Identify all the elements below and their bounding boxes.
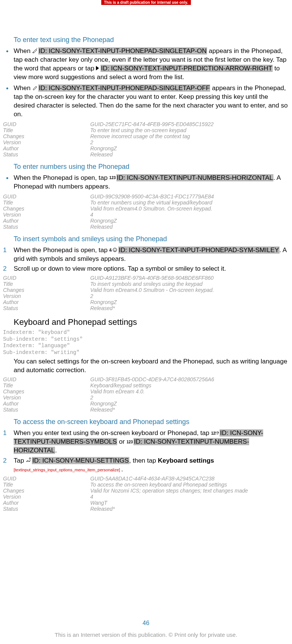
meta-value: Valid from eDream 4.0. [90,388,144,395]
text: When [14,84,32,92]
meta-key: Author [3,299,90,305]
text: When you enter text using the on-screen … [14,429,211,437]
string-reference: [textinput_strings_input_options_menu_it… [14,468,121,472]
meta-value: GUID-25EC71FC-8474-4FEB-99F5-ED0485C1592… [90,121,214,127]
id-ref: ID: ICN-SONY-TEXT-INPUT-PHONEPAD-SINGLET… [38,84,210,92]
id-ref: ID: ICN-SONY-TEXT-INPUT-PHONEPAD-SINGLET… [38,47,207,55]
indexterm: Indexterm: "language" [3,343,289,349]
meta-key: Author [3,500,90,506]
meta-key: Title [3,281,90,287]
draft-banner: This is a draft publication for internal… [101,0,191,5]
meta-key: Author [3,145,90,151]
id-ref: ID: ICN-SONY-MENU-SETTINGS [32,457,129,464]
meta-value: 4 [90,494,93,500]
meta-value: To access the on-screen keyboard and Pho… [90,482,227,488]
bold-label: Keyboard settings [158,457,214,464]
meta-table: GUIDGUID-A9123BFE-979A-40FB-9E68-904BDE6… [3,275,289,311]
meta-table: GUIDGUID-5AA8DA1C-44F4-4634-AF38-A2945CA… [3,476,289,512]
heading-enter-numbers-phonepad: To enter numbers using the Phonepad [14,163,289,171]
meta-value: Valid for Nozomi ICS; operation steps ch… [90,488,248,494]
meta-key: Title [3,382,90,388]
bullet-item: When ID: ICN-SONY-TEXT-INPUT-PHONEPAD-SI… [3,84,289,119]
step-list: When the Phonepad is open, tap & ID: ICN… [3,246,289,274]
indexterm-block: Indexterm: "keyboard" Sub-indexterm: "se… [3,329,289,356]
meta-value: Keyboard/keypad settings [90,382,151,388]
meta-key: Version [3,494,90,500]
meta-value: Released [90,224,113,230]
meta-table: GUIDGUID-99C92908-9500-4C3A-B3C1-FDC1777… [3,193,289,230]
meta-key: Version [3,395,90,401]
meta-key: Author [3,401,90,407]
meta-value: To enter text using the on-screen keypad [90,127,186,133]
page-content: To enter text using the Phonepad When ID… [0,0,292,512]
arrow-right-icon [96,64,100,73]
meta-value: Released* [90,506,115,512]
heading-access-keyboard-settings: To access the on-screen keyboard and Pho… [14,418,289,426]
meta-value: RongrongZ [90,218,117,224]
numbers-123-icon: 123 [127,440,133,445]
id-ref: ID: ICN-SONY-TEXTINPUT-NUMBERS-HORIZONTA… [116,174,273,181]
text: When the Phonepad is open, tap [14,246,109,254]
body-paragraph: You can select settings for the on-scree… [14,357,289,375]
text: . [121,466,123,473]
text: Tap [14,457,26,464]
heading-enter-text-phonepad: To enter text using the Phonepad [14,36,289,44]
step-item: When the Phonepad is open, tap & ID: ICN… [3,246,289,264]
meta-key: Status [3,305,90,311]
text: Scroll up or down to view more options. … [14,265,226,272]
pencil-multitap-on-icon [32,47,38,56]
meta-key: Title [3,482,90,488]
meta-key: Changes [3,206,90,212]
bullet-list: When the Phonepad is open, tap 123ID: IC… [3,174,289,191]
numbers-123-icon: 123 [109,175,116,181]
meta-value: To insert symbols and smileys using the … [90,281,203,287]
text: . [55,447,57,454]
text: or [119,438,127,445]
meta-value: Valid from eDream4.0 Smultron - On-scree… [90,287,214,293]
svg-point-4 [29,458,31,459]
meta-key: Version [3,293,90,299]
meta-key: Version [3,139,90,145]
meta-table: GUIDGUID-25EC71FC-8474-4FEB-99F5-ED0485C… [3,121,289,157]
meta-value: 2 [90,395,93,401]
meta-value: 2 [90,293,93,299]
meta-value: GUID-A9123BFE-979A-40FB-9E68-904BDE6FF86… [90,275,214,281]
meta-key: Status [3,506,90,512]
id-ref: ID: ICN-SONY-TEXT-INPUT-PHONEPAD-SYM-SMI… [118,246,279,254]
meta-value: Released [90,151,113,157]
meta-key: GUID [3,121,90,127]
meta-value: GUID-5AA8DA1C-44F4-4634-AF38-A2945CA7C23… [90,476,215,482]
meta-value: Released* [90,305,115,311]
text: , then tap [129,457,158,464]
meta-key: Version [3,212,90,218]
bullet-item: When ID: ICN-SONY-TEXT-INPUT-PHONEPAD-SI… [3,47,289,82]
heading-keyboard-phonepad-settings: Keyboard and Phonepad settings [14,317,289,327]
meta-key: Author [3,218,90,224]
meta-key: Title [3,127,90,133]
meta-key: Changes [3,388,90,395]
heading-insert-symbols-phonepad: To insert symbols and smileys using the … [14,235,289,243]
symbols-smiley-icon: & [109,246,118,255]
meta-key: Changes [3,287,90,293]
step-item: Scroll up or down to view more options. … [3,265,289,273]
indexterm: Indexterm: "keyboard" [3,329,289,336]
meta-value: 2 [90,139,93,145]
pencil-multitap-off-icon [32,84,38,93]
meta-key: Status [3,151,90,157]
menu-settings-icon [26,457,31,465]
meta-value: Released* [90,407,115,413]
meta-value: RongrongZ [90,299,117,305]
step-list: When you enter text using the on-screen … [3,429,289,474]
indexterm: Sub-indexterm: "writing" [3,349,289,356]
meta-key: Status [3,224,90,230]
meta-value: RongrongZ [90,145,117,151]
bullet-item: When the Phonepad is open, tap 123ID: IC… [3,174,289,191]
meta-key: Status [3,407,90,413]
meta-value: Valid from eDream4.0 Smultron. On-screen… [90,206,212,212]
text: When [14,47,32,55]
meta-key: GUID [3,193,90,200]
meta-key: GUID [3,376,90,382]
meta-value: RongrongZ [90,401,117,407]
step-item: Tap ID: ICN-SONY-MENU-SETTINGS, then tap… [3,457,289,474]
meta-key: GUID [3,275,90,281]
